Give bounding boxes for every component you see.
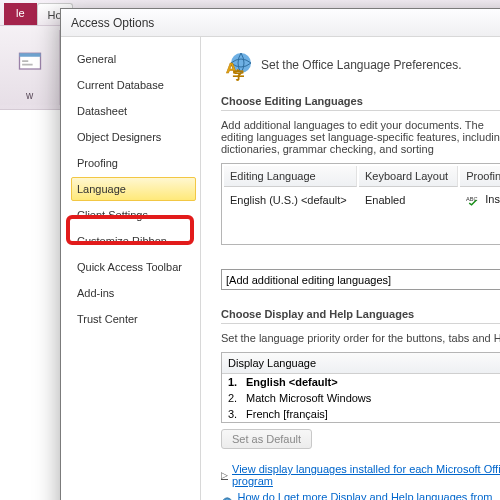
set-as-default-button: Set as Default (221, 429, 312, 449)
view-installed-languages-link[interactable]: ▷ View display languages installed for e… (221, 463, 500, 487)
table-row[interactable]: English (U.S.) <default> Enabled ABC Ins… (224, 189, 500, 210)
svg-text:字: 字 (233, 69, 244, 81)
access-options-dialog: Access Options General Current Database … (60, 8, 500, 500)
spellcheck-icon: ABC (466, 194, 482, 206)
col-editing-language[interactable]: Editing Language (224, 166, 357, 187)
list-item[interactable]: 1.English <default> (222, 374, 500, 390)
display-language-header: Display Language (222, 353, 500, 374)
col-proofing[interactable]: Proofing (460, 166, 500, 187)
nav-customize-ribbon[interactable]: Customize Ribbon (71, 229, 196, 253)
nav-quick-access-toolbar[interactable]: Quick Access Toolbar (71, 255, 196, 279)
svg-rect-2 (22, 60, 28, 62)
svg-rect-1 (19, 53, 40, 57)
nav-proofing[interactable]: Proofing (71, 151, 196, 175)
display-languages-title: Choose Display and Help Languages (221, 308, 500, 324)
dialog-title: Access Options (61, 9, 500, 37)
col-keyboard-layout[interactable]: Keyboard Layout (359, 166, 458, 187)
page-heading: Set the Office Language Preferences. (261, 58, 462, 72)
triangle-right-icon: ▷ (221, 470, 228, 480)
file-tab[interactable]: le (4, 3, 37, 25)
ribbon-group-view[interactable]: w (0, 30, 60, 105)
list-item[interactable]: 2.Match Microsoft Windows (222, 390, 500, 406)
options-nav: General Current Database Datasheet Objec… (61, 37, 201, 500)
editing-languages-desc: Add additional languages to edit your do… (221, 119, 500, 155)
display-language-list[interactable]: Display Language 1.English <default> 2.M… (221, 352, 500, 423)
nav-add-ins[interactable]: Add-ins (71, 281, 196, 305)
nav-trust-center[interactable]: Trust Center (71, 307, 196, 331)
svg-rect-3 (22, 64, 33, 66)
view-icon (16, 48, 44, 76)
get-more-languages-link[interactable]: How do I get more Display and Help langu… (221, 491, 500, 500)
add-language-dropdown[interactable]: [Add additional editing languages] (221, 269, 500, 290)
nav-datasheet[interactable]: Datasheet (71, 99, 196, 123)
nav-current-database[interactable]: Current Database (71, 73, 196, 97)
nav-language[interactable]: Language (71, 177, 196, 201)
nav-client-settings[interactable]: Client Settings (71, 203, 196, 227)
nav-general[interactable]: General (71, 47, 196, 71)
editing-language-table[interactable]: Editing Language Keyboard Layout Proofin… (221, 163, 500, 245)
globe-icon (221, 496, 233, 500)
nav-object-designers[interactable]: Object Designers (71, 125, 196, 149)
display-languages-desc: Set the language priority order for the … (221, 332, 500, 344)
editing-languages-title: Choose Editing Languages (221, 95, 500, 111)
language-preferences-icon: A 字 (221, 49, 253, 81)
list-item[interactable]: 3.French [français] (222, 406, 500, 422)
